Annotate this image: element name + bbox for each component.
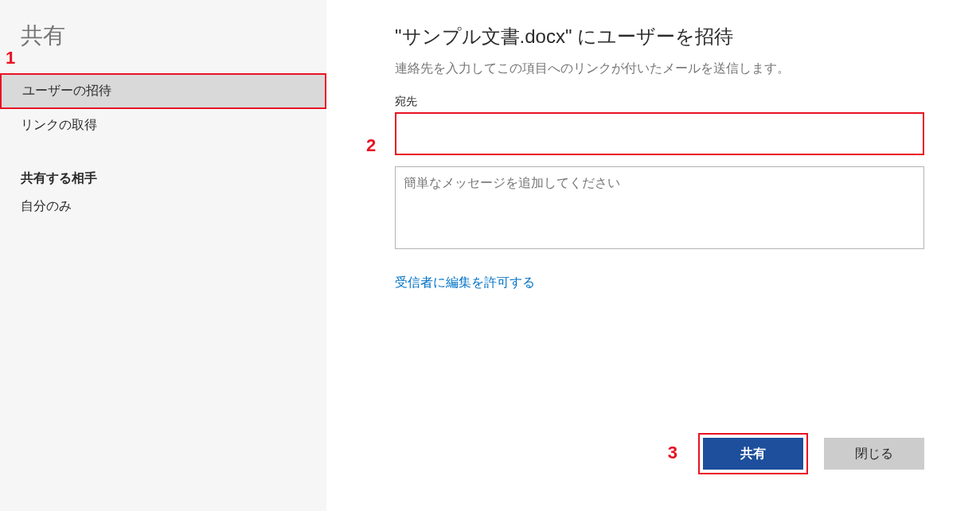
share-button-highlight: 共有 [698,433,808,474]
recipient-input[interactable] [395,112,924,155]
share-button[interactable]: 共有 [703,438,803,470]
sidebar-shared-with-item[interactable]: 自分のみ [0,190,326,223]
close-button[interactable]: 閉じる [824,438,924,470]
sidebar-item-get-link[interactable]: リンクの取得 [0,109,326,142]
sidebar-item-invite-users[interactable]: ユーザーの招待 [0,73,326,109]
page-subtitle: 連絡先を入力してこの項目へのリンクが付いたメールを送信します。 [395,60,924,77]
page-title: "サンプル文書.docx" にユーザーを招待 [395,24,924,49]
sidebar-section-label: 共有する相手 [0,162,326,190]
sidebar-title: 共有 [0,21,326,51]
permission-link[interactable]: 受信者に編集を許可する [395,275,535,291]
annotation-1: 1 [6,48,15,68]
message-textarea[interactable] [395,166,924,249]
recipient-label: 宛先 [395,95,924,109]
main-panel: "サンプル文書.docx" にユーザーを招待 連絡先を入力してこの項目へのリンク… [326,0,980,511]
sidebar-item-label: リンクの取得 [21,118,97,131]
sidebar-item-label: ユーザーの招待 [22,84,111,97]
button-row: 共有 閉じる [698,433,924,474]
sidebar-item-label: 自分のみ [21,199,72,213]
annotation-3: 3 [668,443,677,463]
annotation-2: 2 [366,135,376,156]
sidebar: 共有 ユーザーの招待 リンクの取得 共有する相手 自分のみ [0,0,326,511]
